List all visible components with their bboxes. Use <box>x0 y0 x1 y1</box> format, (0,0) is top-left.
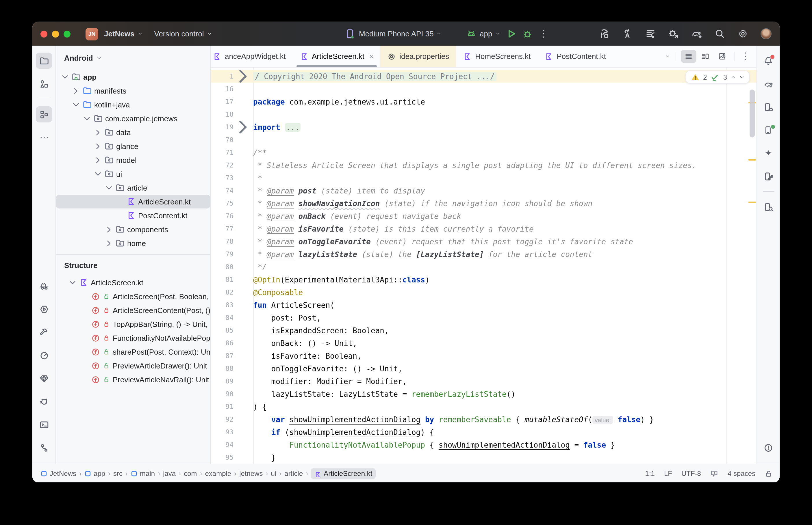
build-icon[interactable] <box>599 28 610 39</box>
project-view-mode[interactable]: Android <box>64 54 93 62</box>
breadcrumb-item-jetnews[interactable]: jetnews <box>239 469 263 477</box>
code-line-72[interactable]: 72 * Stateless Article Screen that displ… <box>211 159 756 171</box>
project-menu[interactable]: JetNews <box>104 29 143 38</box>
tree-item-com-example-jetnews[interactable]: com.example.jetnews <box>56 111 210 125</box>
code-line-80[interactable]: 80 */ <box>211 260 756 273</box>
line-number[interactable]: 76 <box>211 212 234 220</box>
tree-item-manifests[interactable]: manifests <box>56 84 210 97</box>
line-number[interactable]: 90 <box>211 390 234 398</box>
code-line-1[interactable]: 1/ Copyright 2020 The Android Open Sourc… <box>211 70 756 82</box>
breadcrumb-item-java[interactable]: java <box>163 469 176 477</box>
more-tools-icon[interactable] <box>36 129 52 146</box>
line-ending[interactable]: LF <box>664 469 672 477</box>
warning-stripe-mark[interactable] <box>749 159 756 161</box>
search-everywhere-icon[interactable] <box>714 28 725 39</box>
version-control-menu[interactable]: Version control <box>154 29 212 38</box>
chevron-closed-icon[interactable] <box>94 128 102 137</box>
debug-button[interactable] <box>521 28 533 39</box>
code-line-17[interactable]: 17package com.example.jetnews.ui.article <box>211 95 756 108</box>
line-number[interactable]: 91 <box>211 403 234 411</box>
code-line-81[interactable]: 81@OptIn(ExperimentalMaterial3Api::class… <box>211 273 756 286</box>
apply-code-changes-icon[interactable] <box>645 28 656 39</box>
code-view-button[interactable] <box>681 50 696 63</box>
line-number[interactable]: 87 <box>211 352 234 360</box>
tree-item-ui[interactable]: ui <box>56 167 210 181</box>
breadcrumb-item-app[interactable]: app <box>84 469 105 477</box>
code-line-82[interactable]: 82@Composable <box>211 286 756 299</box>
running-devices-icon[interactable] <box>760 122 777 138</box>
code-editor[interactable]: 1/ Copyright 2020 The Android Open Sourc… <box>211 68 756 464</box>
line-number[interactable]: 81 <box>211 275 234 284</box>
line-number[interactable]: 19 <box>211 123 234 131</box>
caret-position[interactable]: 1:1 <box>645 469 655 477</box>
tree-item-model[interactable]: model <box>56 153 210 167</box>
chevron-open-icon[interactable] <box>94 169 102 178</box>
design-view-button[interactable] <box>714 50 730 63</box>
line-number[interactable]: 74 <box>211 186 234 195</box>
code-line-78[interactable]: 78 * @param onToggleFavorite (event) req… <box>211 235 756 248</box>
chevron-closed-icon[interactable] <box>72 86 80 95</box>
attach-debugger-icon[interactable] <box>668 28 679 39</box>
chevron-open-icon[interactable] <box>72 100 80 109</box>
code-line-89[interactable]: 89 modifier: Modifier = Modifier, <box>211 375 756 388</box>
tree-item-glance[interactable]: glance <box>56 139 210 153</box>
code-line-76[interactable]: 76 * @param onBack (event) request navig… <box>211 210 756 222</box>
code-line-75[interactable]: 75 * @param showNavigationIcon (state) i… <box>211 197 756 210</box>
code-line-84[interactable]: 84 post: Post, <box>211 311 756 324</box>
code-line-18[interactable]: 18 <box>211 108 756 121</box>
breadcrumb-item-com[interactable]: com <box>184 469 197 477</box>
structure-item[interactable]: FunctionalityNotAvailablePop <box>56 331 210 345</box>
line-number[interactable]: 78 <box>211 237 234 245</box>
tree-item-article[interactable]: article <box>56 181 210 195</box>
breadcrumb-item-articlescreen-kt[interactable]: ArticleScreen.kt <box>311 468 376 479</box>
editor-scrollbar[interactable] <box>750 90 755 137</box>
line-number[interactable]: 80 <box>211 263 234 271</box>
structure-item[interactable]: ArticleScreen(Post, Boolean, <box>56 289 210 303</box>
build-tool-icon[interactable] <box>36 324 52 340</box>
structure-item[interactable]: ArticleScreenContent(Post, () <box>56 303 210 317</box>
code-line-70[interactable]: 70 <box>211 133 756 146</box>
editor-tab-idea-properties[interactable]: idea.properties <box>380 46 456 67</box>
tree-item-home[interactable]: home <box>56 236 210 250</box>
code-line-92[interactable]: 92 var showUnimplementedActionDialog by … <box>211 413 756 426</box>
split-view-button[interactable] <box>697 50 713 63</box>
code-line-93[interactable]: 93 if (showUnimplementedActionDialog) { <box>211 426 756 438</box>
breadcrumb-item-jetnews[interactable]: JetNews <box>41 469 76 477</box>
close-icon[interactable]: × <box>369 52 373 61</box>
editor-tab-anceappwidget-kt[interactable]: anceAppWidget.kt <box>211 46 293 67</box>
breadcrumb-item-article[interactable]: article <box>284 469 303 477</box>
structure-item[interactable]: TopAppBar(String, () -> Unit, <box>56 317 210 331</box>
line-number[interactable]: 16 <box>211 85 234 93</box>
device-mirroring-icon[interactable] <box>760 168 777 184</box>
app-quality-insights-icon[interactable] <box>36 370 52 386</box>
run-configuration-selector[interactable]: app <box>480 29 500 38</box>
line-number[interactable]: 83 <box>211 301 234 309</box>
tree-item-app[interactable]: app <box>56 70 210 84</box>
code-line-19[interactable]: 19import ... <box>211 121 756 133</box>
code-line-16[interactable]: 16 <box>211 82 756 95</box>
line-number[interactable]: 73 <box>211 174 234 182</box>
code-line-79[interactable]: 79 * @param lazyListState (state) the [L… <box>211 248 756 260</box>
problems-icon[interactable] <box>760 439 777 456</box>
inspection-widget[interactable]: 2 3 <box>685 71 750 84</box>
code-line-90[interactable]: 90 lazyListState: LazyListState = rememb… <box>211 388 756 400</box>
logcat-icon[interactable] <box>36 393 52 409</box>
settings-gear-icon[interactable] <box>737 28 749 39</box>
resource-manager-icon[interactable] <box>36 76 52 92</box>
run-button[interactable] <box>505 28 516 39</box>
warning-stripe-mark[interactable] <box>749 201 756 203</box>
code-line-73[interactable]: 73 * <box>211 171 756 184</box>
line-number[interactable]: 92 <box>211 415 234 423</box>
structure-root[interactable]: ArticleScreen.kt <box>56 275 210 289</box>
breadcrumb-item-main[interactable]: main <box>131 469 155 477</box>
lock-open-icon[interactable] <box>765 469 773 477</box>
line-number[interactable]: 77 <box>211 225 234 233</box>
code-line-88[interactable]: 88 onToggleFavorite: () -> Unit, <box>211 362 756 375</box>
chevron-closed-icon[interactable] <box>105 239 113 247</box>
profiler-icon[interactable] <box>36 347 52 363</box>
file-encoding[interactable]: UTF-8 <box>681 469 701 477</box>
tree-item-articlescreen-kt[interactable]: ArticleScreen.kt <box>56 195 210 209</box>
chevron-open-icon[interactable] <box>105 183 113 192</box>
editor-tab-homescreens-kt[interactable]: HomeScreens.kt <box>456 46 537 67</box>
structure-item[interactable]: sharePost(Post, Context): Un <box>56 345 210 359</box>
